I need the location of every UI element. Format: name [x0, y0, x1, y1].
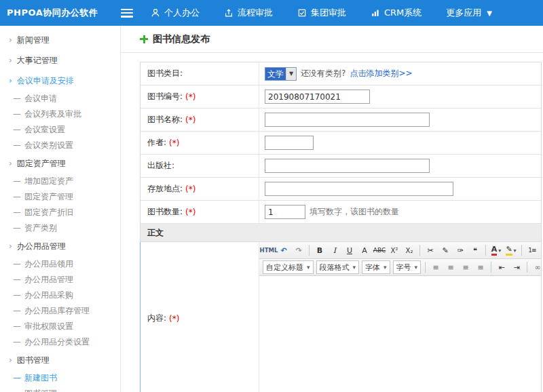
- redo-button[interactable]: ↷: [292, 243, 305, 257]
- sidebar-item[interactable]: —会议列表及审批: [0, 106, 120, 122]
- subscript-button[interactable]: X₂: [402, 243, 416, 257]
- bold-button[interactable]: B: [313, 243, 326, 257]
- superscript-button[interactable]: X²: [388, 243, 401, 257]
- highlight-color-button[interactable]: ✎▾: [504, 243, 518, 257]
- sidebar-group-2[interactable]: ›会议申请及安排: [0, 71, 120, 91]
- sidebar-item[interactable]: —固定资产折旧: [0, 205, 120, 220]
- format-painter-button[interactable]: ✎: [438, 243, 452, 257]
- dash-icon: —: [13, 192, 21, 201]
- user-icon: [151, 8, 160, 18]
- sidebar-group-label: 图书管理: [17, 355, 50, 365]
- subscript-icon: X₂: [406, 247, 413, 254]
- outdent-icon: ⇤: [499, 263, 505, 272]
- sidebar-item[interactable]: —办公用品领用: [0, 256, 120, 272]
- sidebar-item[interactable]: —会议申请: [0, 91, 120, 106]
- sidebar-item[interactable]: —固定资产管理: [0, 189, 120, 205]
- remove-format-button[interactable]: A: [358, 243, 371, 257]
- sidebar-item[interactable]: —办公用品分类设置: [0, 334, 120, 350]
- sidebar-group-label: 会议申请及安排: [17, 76, 74, 85]
- paste-button[interactable]: ✑: [453, 243, 467, 257]
- sidebar-item[interactable]: —资产类别: [0, 220, 120, 236]
- toolbar-separator: [485, 245, 486, 256]
- paragraph-format-select[interactable]: 段落格式▾: [316, 260, 360, 274]
- align-center-button[interactable]: ≡: [444, 260, 457, 274]
- sidebar-group-label: 办公用品管理: [17, 241, 66, 251]
- publisher-field-cell: [259, 155, 541, 177]
- nav-personal-office[interactable]: 个人办公: [151, 7, 200, 19]
- book-name-input[interactable]: [265, 113, 430, 127]
- align-justify-button[interactable]: ≡: [474, 260, 487, 274]
- strikethrough-button[interactable]: ABC: [373, 243, 386, 257]
- font-family-select[interactable]: 字体▾: [362, 260, 390, 274]
- cut-button[interactable]: ✂: [424, 243, 437, 257]
- underline-button[interactable]: U: [343, 243, 356, 257]
- required-marker: (*): [185, 115, 195, 125]
- link-button[interactable]: ∞: [531, 260, 541, 274]
- sidebar-group-4[interactable]: ›办公用品管理: [0, 236, 120, 256]
- font-color-button[interactable]: A▾: [489, 243, 503, 257]
- sidebar-item[interactable]: —新建图书: [0, 370, 120, 386]
- sidebar-group-0[interactable]: ›新闻管理: [0, 30, 120, 50]
- indent-button[interactable]: ⇥: [510, 260, 523, 274]
- publisher-label-cell: 出版社:: [141, 155, 259, 177]
- font-size-select[interactable]: 字号▾: [393, 260, 422, 274]
- sidebar-group-1[interactable]: ›大事记管理: [0, 50, 120, 71]
- undo-button[interactable]: ↶: [277, 243, 291, 257]
- sidebar-group-5[interactable]: ›图书管理: [0, 350, 120, 370]
- sidebar-item[interactable]: —审批权限设置: [0, 319, 120, 334]
- dash-icon: —: [13, 389, 21, 392]
- nav-crm-system[interactable]: CRM系统: [371, 7, 422, 19]
- bold-icon: B: [317, 246, 322, 255]
- ordered-list-button[interactable]: 1≡: [525, 243, 539, 257]
- custom-heading-select[interactable]: 自定义标题▾: [263, 260, 314, 274]
- nav-more-apps[interactable]: 更多应用▼: [446, 7, 492, 19]
- content-label: 内容:: [147, 313, 166, 324]
- sidebar-item[interactable]: —图书管理: [0, 386, 120, 392]
- align-right-button[interactable]: ≡: [459, 260, 472, 274]
- book-name-field-cell: [259, 109, 541, 131]
- nav-group-approval[interactable]: 集团审批: [297, 7, 346, 19]
- unordered-list-button[interactable]: •≡: [540, 243, 541, 257]
- sidebar-group-3[interactable]: ›固定资产管理: [0, 153, 120, 174]
- sidebar-item-label: 办公用品分类设置: [24, 337, 90, 347]
- sidebar-item[interactable]: —会议类别设置: [0, 138, 120, 153]
- nav-process-approval[interactable]: 流程审批: [224, 7, 273, 19]
- quantity-label: 图书数量:: [147, 206, 183, 218]
- sidebar-item-label: 办公用品管理: [24, 275, 73, 284]
- outdent-button[interactable]: ⇤: [495, 260, 508, 274]
- sidebar-item[interactable]: —办公用品库存管理: [0, 303, 120, 319]
- body-section-header: 正文: [141, 224, 541, 242]
- hamburger-icon[interactable]: [121, 9, 133, 18]
- editor-content-area[interactable]: [259, 276, 541, 392]
- chevron-right-icon: ›: [9, 35, 12, 45]
- sidebar-item[interactable]: —增加固定资产: [0, 174, 120, 189]
- nav-item-label: 个人办公: [164, 7, 200, 19]
- category-select[interactable]: 文学 ▼: [265, 67, 297, 81]
- align-left-button[interactable]: ≡: [429, 260, 443, 274]
- rich-text-editor: HTML↶↷BIUAABCX²X₂✂✎✑❝A▾✎▾1≡•≡ 自定义标题▾段落格式…: [259, 242, 541, 392]
- required-marker: (*): [169, 138, 179, 148]
- book-number-label-cell: 图书编号: (*): [141, 85, 259, 108]
- caret-down-icon: ▾: [383, 264, 387, 271]
- location-input[interactable]: [265, 182, 453, 196]
- select-label: 字号: [396, 262, 411, 273]
- nav-item-label: 流程审批: [238, 7, 273, 19]
- required-marker: (*): [185, 92, 195, 102]
- align-left-icon: ≡: [433, 263, 439, 272]
- select-arrow-icon[interactable]: ▼: [286, 68, 296, 80]
- chevron-right-icon: ›: [9, 159, 12, 168]
- author-input[interactable]: [265, 136, 314, 150]
- add-category-link[interactable]: 点击添加类别>>: [350, 68, 412, 79]
- book-number-input[interactable]: [265, 90, 370, 104]
- sidebar-item[interactable]: —办公用品管理: [0, 272, 120, 288]
- sidebar-item[interactable]: —会议室设置: [0, 122, 120, 138]
- italic-button[interactable]: I: [328, 243, 341, 257]
- cut-icon: ✂: [427, 246, 433, 255]
- blockquote-button[interactable]: ❝: [468, 243, 482, 257]
- publisher-input[interactable]: [265, 159, 430, 173]
- nav-item-label: 集团审批: [311, 7, 346, 19]
- sidebar-item[interactable]: —办公用品采购: [0, 288, 120, 303]
- quantity-input[interactable]: [265, 205, 305, 219]
- source-button[interactable]: HTML: [262, 243, 276, 257]
- content-label-cell: 内容: (*): [141, 242, 259, 392]
